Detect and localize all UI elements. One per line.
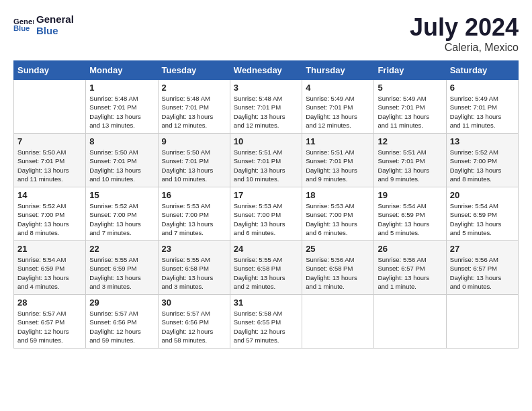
calendar-cell: 27Sunrise: 5:56 AM Sunset: 6:57 PM Dayli… xyxy=(446,241,518,295)
calendar-cell: 20Sunrise: 5:54 AM Sunset: 6:59 PM Dayli… xyxy=(446,187,518,241)
calendar-cell: 16Sunrise: 5:53 AM Sunset: 7:00 PM Dayli… xyxy=(158,187,230,241)
sun-info: Sunrise: 5:57 AM Sunset: 6:57 PM Dayligh… xyxy=(17,309,82,345)
sun-info: Sunrise: 5:54 AM Sunset: 6:59 PM Dayligh… xyxy=(450,201,515,237)
col-header-saturday: Saturday xyxy=(446,61,518,80)
calendar-cell: 17Sunrise: 5:53 AM Sunset: 7:00 PM Dayli… xyxy=(230,187,302,241)
day-number: 1 xyxy=(89,83,154,93)
col-header-monday: Monday xyxy=(86,61,158,80)
calendar-cell: 28Sunrise: 5:57 AM Sunset: 6:57 PM Dayli… xyxy=(14,295,86,349)
calendar-cell: 8Sunrise: 5:50 AM Sunset: 7:01 PM Daylig… xyxy=(86,134,158,187)
sun-info: Sunrise: 5:50 AM Sunset: 7:01 PM Dayligh… xyxy=(162,148,226,183)
sun-info: Sunrise: 5:50 AM Sunset: 7:01 PM Dayligh… xyxy=(17,148,82,183)
day-number: 2 xyxy=(162,83,226,93)
page-header: General Blue General Blue July 2024 Cale… xyxy=(13,13,519,54)
calendar-week-row: 28Sunrise: 5:57 AM Sunset: 6:57 PM Dayli… xyxy=(14,295,519,349)
sun-info: Sunrise: 5:48 AM Sunset: 7:01 PM Dayligh… xyxy=(162,94,226,130)
calendar-cell xyxy=(374,295,446,349)
calendar-cell: 6Sunrise: 5:49 AM Sunset: 7:01 PM Daylig… xyxy=(446,80,518,134)
sun-info: Sunrise: 5:51 AM Sunset: 7:01 PM Dayligh… xyxy=(378,148,442,183)
sun-info: Sunrise: 5:57 AM Sunset: 6:56 PM Dayligh… xyxy=(89,309,154,345)
day-number: 10 xyxy=(234,136,298,146)
day-number: 23 xyxy=(162,244,226,254)
day-number: 5 xyxy=(378,83,442,93)
calendar-cell xyxy=(14,80,86,134)
sun-info: Sunrise: 5:51 AM Sunset: 7:01 PM Dayligh… xyxy=(306,148,370,183)
sun-info: Sunrise: 5:53 AM Sunset: 7:00 PM Dayligh… xyxy=(234,201,298,237)
sun-info: Sunrise: 5:58 AM Sunset: 6:55 PM Dayligh… xyxy=(234,309,298,345)
calendar-cell: 18Sunrise: 5:53 AM Sunset: 7:00 PM Dayli… xyxy=(302,187,374,241)
calendar-cell: 23Sunrise: 5:55 AM Sunset: 6:58 PM Dayli… xyxy=(158,241,230,295)
logo: General Blue General Blue xyxy=(13,13,74,37)
sun-info: Sunrise: 5:53 AM Sunset: 7:00 PM Dayligh… xyxy=(306,201,370,237)
sun-info: Sunrise: 5:52 AM Sunset: 7:00 PM Dayligh… xyxy=(17,201,82,237)
calendar-week-row: 21Sunrise: 5:54 AM Sunset: 6:59 PM Dayli… xyxy=(14,241,519,295)
sun-info: Sunrise: 5:48 AM Sunset: 7:01 PM Dayligh… xyxy=(234,94,298,130)
calendar-cell: 15Sunrise: 5:52 AM Sunset: 7:00 PM Dayli… xyxy=(86,187,158,241)
calendar-cell: 29Sunrise: 5:57 AM Sunset: 6:56 PM Dayli… xyxy=(86,295,158,349)
title-block: July 2024 Caleria, Mexico xyxy=(410,13,519,54)
calendar-cell: 5Sunrise: 5:49 AM Sunset: 7:01 PM Daylig… xyxy=(374,80,446,134)
sun-info: Sunrise: 5:50 AM Sunset: 7:01 PM Dayligh… xyxy=(89,148,154,183)
calendar-cell: 2Sunrise: 5:48 AM Sunset: 7:01 PM Daylig… xyxy=(158,80,230,134)
day-number: 28 xyxy=(17,298,82,308)
day-number: 12 xyxy=(378,136,442,146)
sun-info: Sunrise: 5:52 AM Sunset: 7:00 PM Dayligh… xyxy=(450,148,515,183)
calendar-cell: 14Sunrise: 5:52 AM Sunset: 7:00 PM Dayli… xyxy=(14,187,86,241)
calendar-cell: 26Sunrise: 5:56 AM Sunset: 6:57 PM Dayli… xyxy=(374,241,446,295)
day-number: 15 xyxy=(89,190,154,200)
location-subtitle: Caleria, Mexico xyxy=(410,42,519,54)
day-number: 8 xyxy=(89,136,154,146)
calendar-table: SundayMondayTuesdayWednesdayThursdayFrid… xyxy=(13,60,519,349)
day-number: 24 xyxy=(234,244,298,254)
day-number: 4 xyxy=(306,83,370,93)
sun-info: Sunrise: 5:54 AM Sunset: 6:59 PM Dayligh… xyxy=(17,255,82,291)
day-number: 20 xyxy=(450,190,515,200)
calendar-cell: 19Sunrise: 5:54 AM Sunset: 6:59 PM Dayli… xyxy=(374,187,446,241)
day-number: 29 xyxy=(89,298,154,308)
col-header-tuesday: Tuesday xyxy=(158,61,230,80)
sun-info: Sunrise: 5:57 AM Sunset: 6:56 PM Dayligh… xyxy=(162,309,226,345)
day-number: 11 xyxy=(306,136,370,146)
calendar-cell: 13Sunrise: 5:52 AM Sunset: 7:00 PM Dayli… xyxy=(446,134,518,187)
month-year-title: July 2024 xyxy=(410,13,519,42)
sun-info: Sunrise: 5:48 AM Sunset: 7:01 PM Dayligh… xyxy=(89,94,154,130)
day-number: 26 xyxy=(378,244,442,254)
calendar-cell: 10Sunrise: 5:51 AM Sunset: 7:01 PM Dayli… xyxy=(230,134,302,187)
col-header-sunday: Sunday xyxy=(14,61,86,80)
calendar-cell xyxy=(302,295,374,349)
day-number: 19 xyxy=(378,190,442,200)
sun-info: Sunrise: 5:55 AM Sunset: 6:58 PM Dayligh… xyxy=(162,255,226,291)
logo-blue: Blue xyxy=(36,25,58,36)
calendar-cell: 21Sunrise: 5:54 AM Sunset: 6:59 PM Dayli… xyxy=(14,241,86,295)
sun-info: Sunrise: 5:56 AM Sunset: 6:58 PM Dayligh… xyxy=(306,255,370,291)
calendar-week-row: 14Sunrise: 5:52 AM Sunset: 7:00 PM Dayli… xyxy=(14,187,519,241)
calendar-cell xyxy=(446,295,518,349)
sun-info: Sunrise: 5:54 AM Sunset: 6:59 PM Dayligh… xyxy=(378,201,442,237)
sun-info: Sunrise: 5:49 AM Sunset: 7:01 PM Dayligh… xyxy=(450,94,515,130)
calendar-cell: 22Sunrise: 5:55 AM Sunset: 6:59 PM Dayli… xyxy=(86,241,158,295)
day-number: 27 xyxy=(450,244,515,254)
day-number: 3 xyxy=(234,83,298,93)
calendar-cell: 4Sunrise: 5:49 AM Sunset: 7:01 PM Daylig… xyxy=(302,80,374,134)
calendar-cell: 24Sunrise: 5:55 AM Sunset: 6:58 PM Dayli… xyxy=(230,241,302,295)
logo-general: General xyxy=(36,13,74,25)
logo-icon: General Blue xyxy=(13,15,34,35)
day-number: 21 xyxy=(17,244,82,254)
calendar-cell: 9Sunrise: 5:50 AM Sunset: 7:01 PM Daylig… xyxy=(158,134,230,187)
sun-info: Sunrise: 5:55 AM Sunset: 6:59 PM Dayligh… xyxy=(89,255,154,291)
col-header-thursday: Thursday xyxy=(302,61,374,80)
sun-info: Sunrise: 5:55 AM Sunset: 6:58 PM Dayligh… xyxy=(234,255,298,291)
calendar-week-row: 1Sunrise: 5:48 AM Sunset: 7:01 PM Daylig… xyxy=(14,80,519,134)
day-number: 31 xyxy=(234,298,298,308)
day-number: 18 xyxy=(306,190,370,200)
calendar-cell: 3Sunrise: 5:48 AM Sunset: 7:01 PM Daylig… xyxy=(230,80,302,134)
day-number: 17 xyxy=(234,190,298,200)
sun-info: Sunrise: 5:53 AM Sunset: 7:00 PM Dayligh… xyxy=(162,201,226,237)
calendar-cell: 11Sunrise: 5:51 AM Sunset: 7:01 PM Dayli… xyxy=(302,134,374,187)
day-number: 16 xyxy=(162,190,226,200)
svg-text:Blue: Blue xyxy=(13,24,30,32)
day-number: 30 xyxy=(162,298,226,308)
sun-info: Sunrise: 5:49 AM Sunset: 7:01 PM Dayligh… xyxy=(378,94,442,130)
calendar-cell: 31Sunrise: 5:58 AM Sunset: 6:55 PM Dayli… xyxy=(230,295,302,349)
sun-info: Sunrise: 5:51 AM Sunset: 7:01 PM Dayligh… xyxy=(234,148,298,183)
